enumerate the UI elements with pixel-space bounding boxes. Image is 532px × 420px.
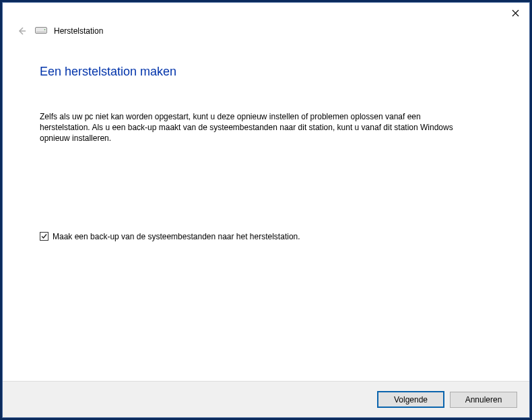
backup-checkbox-label: Maak een back-up van de systeembestanden…: [53, 232, 300, 241]
checkmark-icon: [40, 233, 48, 240]
cancel-button[interactable]: Annuleren: [450, 392, 517, 408]
wizard-header: Herstelstation: [3, 23, 529, 44]
titlebar: [3, 3, 529, 23]
page-description: Zelfs als uw pc niet kan worden opgestar…: [40, 111, 471, 144]
back-arrow-icon: [16, 26, 27, 36]
content-area: Een herstelstation maken Zelfs als uw pc…: [3, 44, 529, 381]
backup-checkbox-row[interactable]: Maak een back-up van de systeembestanden…: [40, 232, 492, 241]
back-button[interactable]: [15, 24, 28, 38]
dialog-footer: Volgende Annuleren: [3, 381, 529, 417]
backup-checkbox[interactable]: [40, 232, 48, 241]
close-icon: [512, 9, 519, 17]
close-button[interactable]: [505, 5, 525, 20]
dialog-window: Herstelstation Een herstelstation maken …: [2, 2, 530, 418]
window-title: Herstelstation: [54, 26, 103, 36]
page-heading: Een herstelstation maken: [40, 65, 492, 79]
drive-icon: [35, 27, 47, 35]
svg-rect-3: [36, 28, 47, 34]
svg-point-5: [44, 29, 46, 30]
next-button[interactable]: Volgende: [377, 391, 444, 408]
